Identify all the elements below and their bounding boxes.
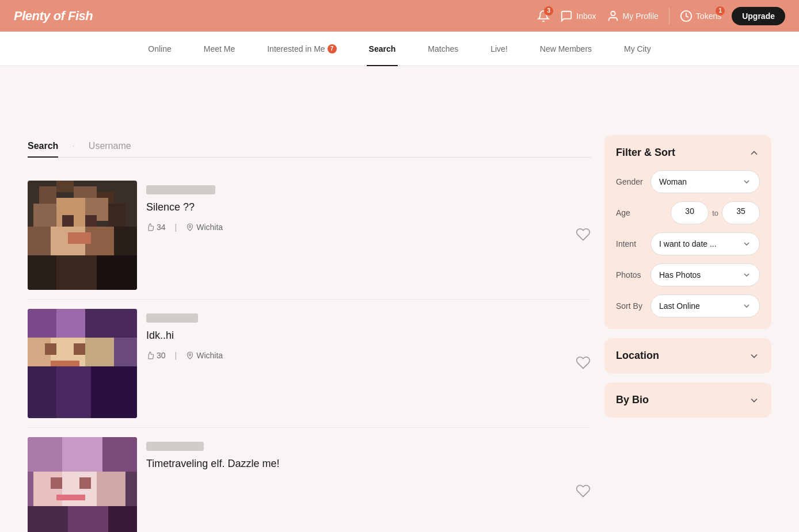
header: Plenty of Fish 3 Inbox My Profile 1 Toke… — [0, 0, 799, 32]
bio-title: By Bio — [616, 394, 649, 406]
gender-label: Gender — [616, 177, 650, 186]
my-profile-button[interactable]: My Profile — [607, 10, 659, 22]
svg-rect-47 — [108, 506, 137, 532]
tab-username[interactable]: Username — [89, 135, 131, 157]
profile-name-3: Timetraveling elf. Dazzle me! — [146, 458, 591, 470]
nav-matches[interactable]: Matches — [425, 32, 461, 66]
main-content: Search · Username — [14, 135, 785, 532]
svg-rect-32 — [91, 366, 137, 418]
gender-value: Woman — [659, 177, 687, 186]
notifications-button[interactable]: 3 — [537, 10, 550, 22]
profile-city-2: Wichita — [186, 351, 223, 360]
filter-panel: Filter & Sort Gender Woman Age 30 to 35 — [604, 135, 771, 329]
nav-search[interactable]: Search — [367, 32, 398, 66]
profile-username-blur-2 — [146, 313, 198, 323]
svg-point-0 — [611, 11, 615, 15]
filter-header: Filter & Sort — [616, 147, 760, 159]
svg-point-21 — [189, 225, 191, 228]
header-divider — [669, 8, 669, 24]
age-to-input[interactable]: 35 — [722, 201, 760, 224]
svg-rect-15 — [28, 255, 56, 290]
svg-rect-43 — [97, 472, 125, 506]
svg-rect-28 — [85, 338, 114, 366]
profile-card-3: Timetraveling elf. Dazzle me! — [28, 428, 591, 532]
inbox-label: Inbox — [576, 12, 596, 21]
nav-interested-in-me[interactable]: Interested in Me 7 — [265, 32, 338, 66]
gender-chevron — [742, 177, 751, 186]
photos-chevron — [742, 270, 751, 280]
svg-rect-35 — [51, 361, 79, 366]
svg-rect-39 — [62, 437, 102, 472]
location-header: Location — [616, 350, 760, 362]
profile-username-blur-3 — [146, 442, 204, 451]
svg-rect-50 — [56, 495, 85, 500]
profile-age-2: 30 — [146, 351, 166, 360]
interested-badge: 7 — [328, 44, 337, 53]
svg-rect-10 — [108, 204, 125, 227]
profile-username-blur-1 — [146, 185, 215, 194]
profile-card-1: Silence ?? 34 | Wichita — [28, 171, 591, 300]
svg-rect-18 — [62, 215, 74, 227]
svg-rect-45 — [28, 506, 68, 532]
svg-rect-34 — [74, 343, 85, 355]
nav-meet-me[interactable]: Meet Me — [201, 32, 237, 66]
tab-search[interactable]: Search — [28, 135, 58, 157]
profile-card-2: Idk..hi 30 | Wichita — [28, 300, 591, 428]
nav-live[interactable]: Live! — [488, 32, 510, 66]
svg-rect-49 — [79, 477, 91, 489]
upgrade-button[interactable]: Upgrade — [732, 7, 785, 25]
tokens-button[interactable]: 1 Tokens — [680, 10, 721, 22]
svg-rect-31 — [56, 366, 91, 418]
intent-value: I want to date ... — [659, 239, 717, 248]
search-results: Search · Username — [28, 135, 591, 532]
gender-select[interactable]: Woman — [650, 170, 760, 193]
filter-intent-row: Intent I want to date ... — [616, 232, 760, 255]
inbox-button[interactable]: Inbox — [560, 10, 596, 22]
profile-image-1[interactable] — [28, 181, 137, 290]
location-panel: Location — [604, 338, 771, 373]
sort-select[interactable]: Last Online — [650, 294, 760, 317]
tokens-badge: 1 — [716, 6, 725, 16]
profile-image-3[interactable] — [28, 437, 137, 532]
header-actions: 3 Inbox My Profile 1 Tokens Upgrade — [537, 7, 785, 25]
svg-rect-46 — [68, 506, 108, 532]
svg-rect-38 — [28, 437, 62, 472]
svg-rect-30 — [28, 366, 56, 418]
my-profile-label: My Profile — [623, 12, 659, 21]
sort-chevron — [742, 301, 751, 311]
sidebar: Filter & Sort Gender Woman Age 30 to 35 — [604, 135, 771, 532]
like-button-2[interactable] — [576, 355, 591, 372]
nav-new-members[interactable]: New Members — [538, 32, 594, 66]
like-button-3[interactable] — [576, 484, 591, 500]
photos-select[interactable]: Has Photos — [650, 263, 760, 286]
svg-rect-3 — [39, 186, 56, 204]
profile-meta-2: 30 | Wichita — [146, 351, 591, 360]
svg-rect-23 — [28, 309, 56, 338]
nav-my-city[interactable]: My City — [622, 32, 653, 66]
profile-name-2: Idk..hi — [146, 330, 591, 342]
filter-collapse-icon[interactable] — [748, 147, 760, 159]
svg-rect-17 — [97, 255, 137, 290]
bio-panel: By Bio — [604, 382, 771, 418]
profile-age-1: 34 — [146, 223, 166, 232]
banner-area — [0, 66, 799, 135]
profile-city-1: Wichita — [186, 223, 223, 232]
photos-label: Photos — [616, 270, 650, 280]
age-from-input[interactable]: 30 — [671, 201, 709, 224]
profile-image-2[interactable] — [28, 309, 137, 418]
like-button-1[interactable] — [576, 227, 591, 244]
age-range: 30 to 35 — [671, 201, 760, 224]
intent-select[interactable]: I want to date ... — [650, 232, 760, 255]
profile-name-1: Silence ?? — [146, 201, 591, 213]
svg-rect-29 — [114, 338, 137, 366]
nav-online[interactable]: Online — [146, 32, 173, 66]
svg-rect-14 — [114, 227, 137, 255]
filter-sort-row: Sort By Last Online — [616, 294, 760, 317]
search-tabs: Search · Username — [28, 135, 591, 158]
svg-rect-24 — [56, 309, 85, 338]
filter-age-row: Age 30 to 35 — [616, 201, 760, 224]
profile-info-3: Timetraveling elf. Dazzle me! — [146, 437, 591, 484]
bio-expand-icon[interactable] — [748, 395, 760, 406]
location-expand-icon[interactable] — [748, 350, 760, 362]
main-nav: Online Meet Me Interested in Me 7 Search… — [0, 32, 799, 66]
